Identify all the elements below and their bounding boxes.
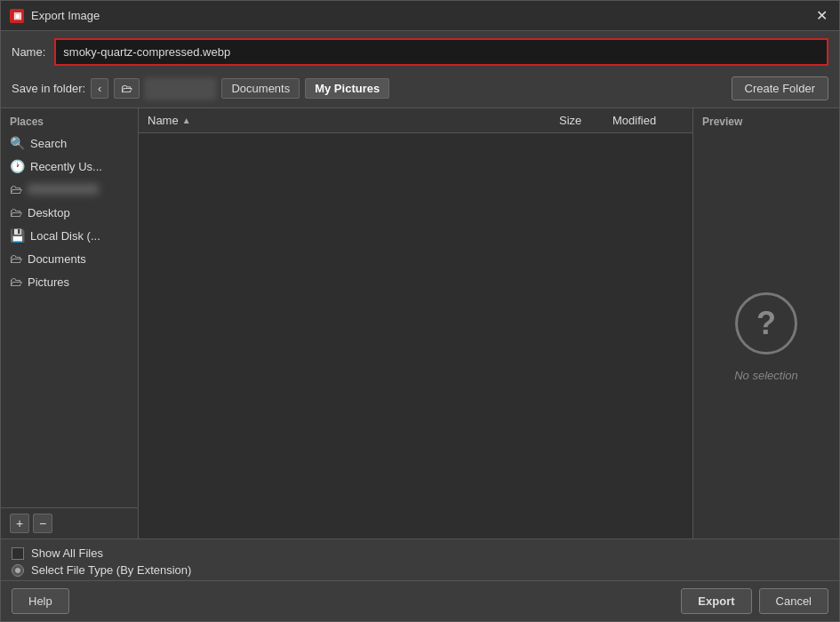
show-all-files-option[interactable]: Show All Files	[12, 546, 828, 560]
options-area: Show All Files Select File Type (By Exte…	[1, 538, 839, 580]
select-file-type-label: Select File Type (By Extension)	[31, 563, 191, 577]
cancel-button[interactable]: Cancel	[759, 588, 828, 614]
select-file-type-option[interactable]: Select File Type (By Extension)	[12, 563, 828, 577]
sidebar-item-pictures[interactable]: 🗁 Pictures	[1, 270, 138, 293]
file-list: Name ▲ Size Modified	[139, 108, 692, 538]
sidebar-item-label: Recently Us...	[30, 160, 102, 173]
file-list-body[interactable]	[139, 133, 692, 538]
sidebar-item-search[interactable]: 🔍 Search	[1, 132, 138, 155]
folder-row: Save in folder: ‹ 🗁 Documents My Picture…	[1, 73, 839, 108]
sidebar-item-blurred[interactable]: 🗁	[1, 178, 138, 201]
back-button[interactable]: ‹	[91, 78, 108, 99]
name-row: Name:	[1, 31, 839, 73]
sidebar-item-recently-used[interactable]: 🕐 Recently Us...	[1, 155, 138, 178]
radio-inner	[15, 568, 20, 573]
close-button[interactable]: ✕	[812, 7, 830, 25]
sidebar-item-label: Documents	[28, 252, 86, 266]
help-button[interactable]: Help	[12, 588, 69, 614]
export-button[interactable]: Export	[681, 588, 751, 614]
breadcrumb-documents[interactable]: Documents	[221, 78, 300, 99]
create-folder-button[interactable]: Create Folder	[732, 76, 828, 100]
no-selection-label: No selection	[734, 369, 798, 382]
filename-input[interactable]	[54, 38, 828, 66]
sidebar-item-documents[interactable]: 🗁 Documents	[1, 247, 138, 270]
recent-icon: 🕐	[10, 159, 25, 173]
main-area: Places 🔍 Search 🕐 Recently Us... 🗁 🗁 Des…	[1, 108, 839, 538]
file-list-header: Name ▲ Size Modified	[139, 108, 692, 133]
title-bar: ▣ Export Image ✕	[1, 1, 839, 31]
add-place-button[interactable]: +	[10, 514, 29, 533]
footer-right: Export Cancel	[681, 588, 828, 614]
preview-icon-area: ? No selection	[734, 135, 798, 538]
preview-panel: Preview ? No selection	[692, 108, 839, 538]
remove-place-button[interactable]: −	[33, 514, 52, 533]
breadcrumb-my-pictures[interactable]: My Pictures	[305, 78, 389, 99]
column-name[interactable]: Name ▲	[148, 114, 559, 127]
sidebar-item-label: Local Disk (...	[30, 229, 100, 243]
dialog-title: Export Image	[31, 9, 100, 22]
sidebar-item-label: Search	[30, 137, 67, 150]
app-icon: ▣	[10, 9, 24, 23]
show-all-files-label: Show All Files	[31, 546, 103, 560]
sidebar-header: Places	[1, 108, 138, 132]
sidebar-item-label: Desktop	[28, 206, 70, 219]
preview-header: Preview	[693, 108, 751, 135]
column-size[interactable]: Size	[559, 114, 612, 127]
export-image-dialog: ▣ Export Image ✕ Name: Save in folder: ‹…	[0, 0, 840, 622]
documents-icon: 🗁	[10, 251, 22, 266]
desktop-icon: 🗁	[10, 205, 22, 219]
sidebar-item-label: Pictures	[28, 275, 69, 289]
sidebar-item-local-disk[interactable]: 💾 Local Disk (...	[1, 224, 138, 247]
sidebar: Places 🔍 Search 🕐 Recently Us... 🗁 🗁 Des…	[1, 108, 139, 538]
folder-icon-button[interactable]: 🗁	[114, 78, 140, 99]
show-all-files-checkbox[interactable]	[12, 547, 24, 560]
name-label: Name:	[12, 45, 45, 59]
no-preview-icon: ?	[735, 292, 797, 355]
sort-arrow-icon: ▲	[182, 116, 191, 125]
save-in-label: Save in folder:	[12, 82, 85, 95]
title-bar-left: ▣ Export Image	[10, 9, 100, 23]
breadcrumb-blurred	[145, 78, 216, 100]
select-file-type-radio[interactable]	[12, 564, 24, 577]
column-modified[interactable]: Modified	[612, 114, 684, 127]
search-icon: 🔍	[10, 136, 25, 150]
sidebar-footer: + −	[1, 507, 138, 538]
folder-icon: 🗁	[10, 182, 22, 196]
disk-icon: 💾	[10, 228, 25, 243]
footer-row: Help Export Cancel	[1, 580, 839, 621]
pictures-icon: 🗁	[10, 275, 22, 289]
blurred-label	[28, 184, 99, 195]
sidebar-item-desktop[interactable]: 🗁 Desktop	[1, 201, 138, 224]
